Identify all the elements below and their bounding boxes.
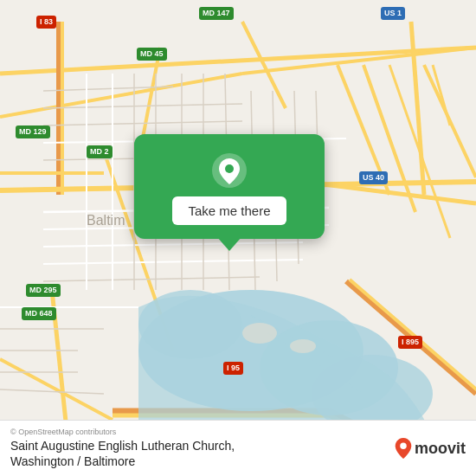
- shield-i95: I 95: [223, 362, 243, 375]
- place-name-container: Saint Augustine English Lutheran Church,…: [10, 438, 235, 469]
- svg-point-54: [290, 339, 316, 353]
- place-name: Saint Augustine English Lutheran Church,: [10, 439, 235, 453]
- location-pin-icon: [210, 151, 248, 190]
- osm-copyright: © OpenStreetMap contributors: [10, 428, 116, 436]
- svg-point-63: [400, 443, 406, 449]
- bottom-left: © OpenStreetMap contributors Saint Augus…: [10, 428, 235, 469]
- shield-md45: MD 45: [137, 48, 167, 61]
- shield-md129: MD 129: [16, 125, 50, 138]
- popup-card: Take me there: [134, 134, 325, 239]
- shield-md295: MD 295: [26, 284, 61, 297]
- place-subname: Washington / Baltimore: [10, 454, 135, 468]
- svg-point-53: [242, 323, 277, 344]
- shield-md648: MD 648: [22, 307, 56, 320]
- shield-md2: MD 2: [87, 145, 113, 158]
- svg-point-62: [225, 164, 234, 173]
- shield-i83: I 83: [36, 16, 56, 29]
- attribution: © OpenStreetMap contributors: [10, 428, 235, 436]
- shield-md147: MD 147: [199, 7, 234, 20]
- map-container: Baltim I 83 MD 147 US 1 MD 45 MD 129 MD …: [0, 0, 476, 476]
- svg-text:Baltim: Baltim: [87, 213, 125, 228]
- shield-us1: US 1: [381, 7, 405, 20]
- moovit-pin-icon: [394, 437, 413, 460]
- moovit-text: moovit: [415, 440, 466, 458]
- take-me-there-button[interactable]: Take me there: [172, 196, 286, 225]
- shield-us40b: US 40: [359, 171, 388, 184]
- bottom-bar: © OpenStreetMap contributors Saint Augus…: [0, 420, 476, 476]
- shield-i895: I 895: [398, 336, 422, 349]
- moovit-logo: moovit: [394, 437, 466, 460]
